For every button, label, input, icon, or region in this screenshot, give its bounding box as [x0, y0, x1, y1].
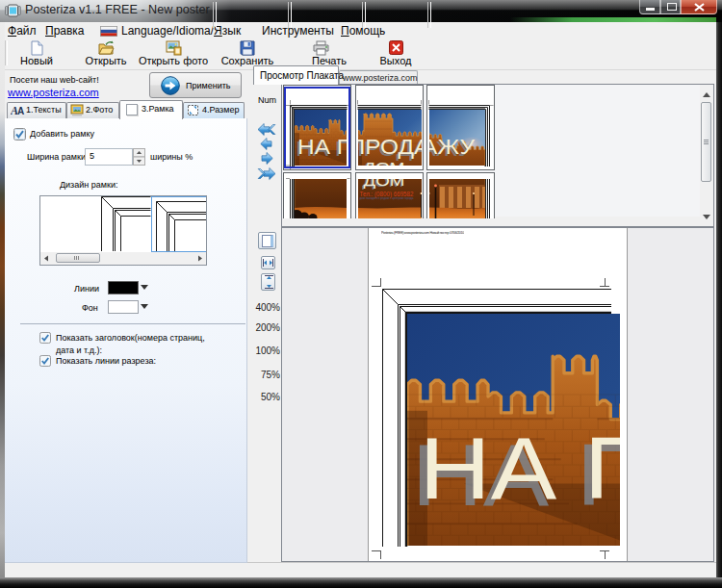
- svg-text:A: A: [17, 106, 24, 115]
